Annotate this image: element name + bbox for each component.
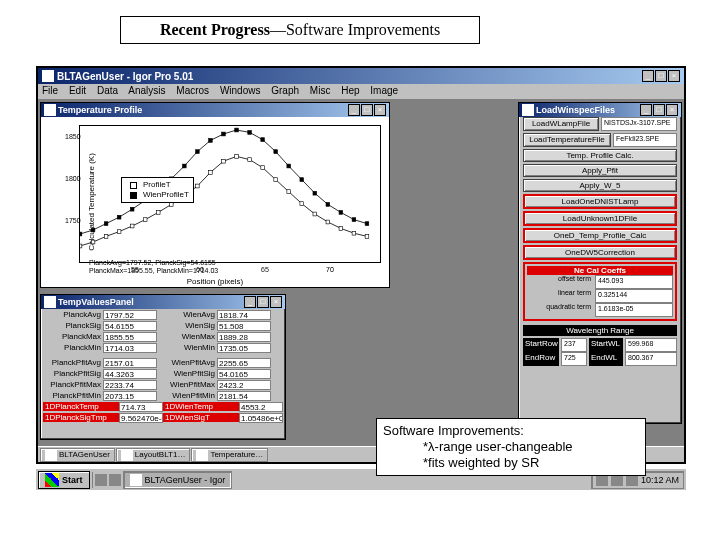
load-nist-lamp-button[interactable]: LoadOneDNISTLamp [523, 194, 677, 209]
doc-tab-0[interactable]: BLTAGenUser [40, 448, 115, 462]
chart-close-button[interactable]: × [374, 104, 386, 116]
task-igor[interactable]: BLTAGenUser - Igor [123, 471, 233, 489]
wl-value[interactable]: 725 [561, 352, 587, 366]
lwp-titlebar[interactable]: LoadWinspecFiles _□× [519, 103, 681, 117]
menu-analysis[interactable]: Analysis [128, 85, 165, 96]
tvp-value[interactable]: 2423.2 [217, 380, 271, 390]
tvp-hl-label: 1DWienSigT [163, 413, 239, 422]
tvp-hl-value[interactable]: 9.562470e-08 [119, 413, 163, 423]
menu-image[interactable]: Image [370, 85, 398, 96]
apply-w5-button[interactable]: Apply_W_5 [523, 179, 677, 192]
tvp-value[interactable]: 51.508 [217, 321, 271, 331]
chart-titlebar[interactable]: Temperature Profile _□× [41, 103, 389, 117]
tvp-hl-label: 1DPlanckTemp [43, 402, 119, 411]
legend-marker-open-icon [126, 181, 140, 189]
lwp-max-button[interactable]: □ [653, 104, 665, 116]
tvp-label: PlanckMax [43, 332, 103, 341]
lwp-min-button[interactable]: _ [640, 104, 652, 116]
close-button[interactable]: × [668, 70, 680, 82]
tvp-label: PlanckPfitMax [43, 380, 103, 389]
legend-marker-solid-icon [126, 191, 140, 199]
svg-rect-23 [80, 232, 82, 236]
tvp-value[interactable]: 2157.01 [103, 358, 157, 368]
svg-rect-3 [117, 230, 121, 234]
tvp-value[interactable]: 54.6155 [103, 321, 157, 331]
tvp-value[interactable]: 1818.74 [217, 310, 271, 320]
tvp-value[interactable]: 1735.05 [217, 343, 271, 353]
tvp-value[interactable]: 1797.52 [103, 310, 157, 320]
ne-row-value[interactable]: 1.6183e-05 [595, 303, 673, 317]
quicklaunch-icon[interactable] [95, 474, 107, 486]
tvp-hl-value[interactable]: 4553.2 [239, 402, 283, 412]
minimize-button[interactable]: _ [642, 70, 654, 82]
maximize-button[interactable]: □ [655, 70, 667, 82]
tvp-value[interactable]: 54.0165 [217, 369, 271, 379]
menubar[interactable]: File Edit Data Analysis Macros Windows G… [38, 84, 684, 100]
load-temp-file-button[interactable]: LoadTemperatureFile [523, 133, 611, 147]
menu-file[interactable]: File [42, 85, 58, 96]
chart-window-title: Temperature Profile [58, 105, 346, 115]
callout-line-2: *fits weighted by SR [383, 455, 639, 471]
tvp-hl-value[interactable]: 714.73 [119, 402, 163, 412]
svg-rect-14 [261, 166, 265, 170]
menu-windows[interactable]: Windows [220, 85, 261, 96]
svg-rect-27 [130, 207, 134, 211]
tvp-value[interactable]: 1889.28 [217, 332, 271, 342]
svg-rect-26 [117, 215, 121, 219]
menu-hep[interactable]: Hep [341, 85, 359, 96]
load-w-lamp-button[interactable]: LoadWLampFile [523, 117, 599, 131]
tvp-value[interactable]: 2073.15 [103, 391, 157, 401]
lamp-file-field[interactable]: NISTDSJx-3107.SPE [601, 117, 677, 131]
ne-row-value[interactable]: 445.093 [595, 275, 673, 289]
apply-pfit-button[interactable]: Apply_Pfit [523, 164, 677, 177]
svg-rect-39 [287, 164, 291, 168]
tvp-value[interactable]: 1714.03 [103, 343, 157, 353]
app-title: BLTAGenUser - Igor Pro 5.01 [57, 71, 639, 82]
tvp-value[interactable]: 2233.74 [103, 380, 157, 390]
tvp-label: PlanckAvg [43, 310, 103, 319]
menu-misc[interactable]: Misc [310, 85, 331, 96]
wl-value[interactable]: 237 [561, 338, 587, 352]
tvp-max-button[interactable]: □ [257, 296, 269, 308]
doc-tab-1[interactable]: LayoutBLT1… [116, 448, 191, 462]
svg-rect-43 [339, 211, 343, 215]
oned-w5-corr-button[interactable]: OneDW5Correction [523, 245, 677, 260]
svg-rect-25 [104, 222, 108, 226]
svg-rect-20 [339, 227, 343, 231]
menu-edit[interactable]: Edit [69, 85, 86, 96]
menu-data[interactable]: Data [97, 85, 118, 96]
ne-row-label: linear term [527, 289, 593, 303]
tvp-close-button[interactable]: × [270, 296, 282, 308]
oned-temp-calc-button[interactable]: OneD_Temp_Profile_Calc [523, 228, 677, 243]
menu-macros[interactable]: Macros [176, 85, 209, 96]
svg-rect-13 [248, 158, 252, 162]
tvp-value[interactable]: 2181.54 [217, 391, 271, 401]
start-button[interactable]: Start [38, 471, 90, 489]
lwp-close-button[interactable]: × [666, 104, 678, 116]
load-unknown-1d-button[interactable]: LoadUnknown1DFile [523, 211, 677, 226]
svg-rect-41 [313, 191, 317, 195]
ne-row-value[interactable]: 0.325144 [595, 289, 673, 303]
tvp-value[interactable]: 44.3263 [103, 369, 157, 379]
tvp-value[interactable]: 2255.65 [217, 358, 271, 368]
clock: 10:12 AM [641, 475, 679, 485]
temp-profile-calc-button[interactable]: Temp. Profile Calc. [523, 149, 677, 162]
app-titlebar[interactable]: BLTAGenUser - Igor Pro 5.01 _ □ × [38, 68, 684, 84]
tvp-hl-value[interactable]: 1.05486e+06 [239, 413, 283, 423]
slide-title-bold: Recent Progress [160, 21, 270, 38]
svg-rect-12 [235, 155, 239, 159]
temp-file-field[interactable]: FeFldi23.SPE [613, 133, 677, 147]
tvp-label: WienAvg [157, 310, 217, 319]
tvp-min-button[interactable]: _ [244, 296, 256, 308]
tvp-window-icon [44, 296, 56, 308]
chart-min-button[interactable]: _ [348, 104, 360, 116]
wl-value[interactable]: 800.367 [625, 352, 677, 366]
wl-value[interactable]: 599.968 [625, 338, 677, 352]
quicklaunch-icon[interactable] [109, 474, 121, 486]
menu-graph[interactable]: Graph [271, 85, 299, 96]
tvp-value[interactable]: 1855.55 [103, 332, 157, 342]
chart-max-button[interactable]: □ [361, 104, 373, 116]
doc-tab-2[interactable]: Temperature… [191, 448, 268, 462]
tvp-titlebar[interactable]: TempValuesPanel _□× [41, 295, 285, 309]
svg-rect-22 [365, 235, 369, 239]
